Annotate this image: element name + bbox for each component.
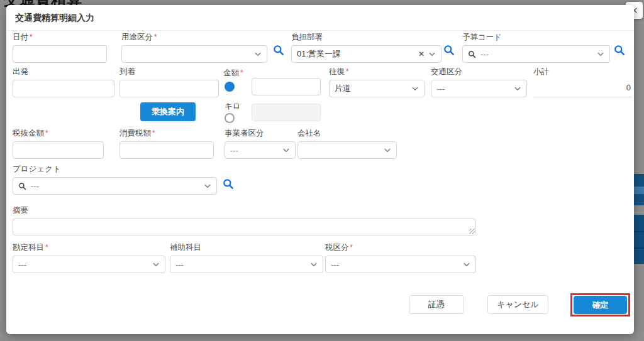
project-field-group: プロジェクト --- [13, 164, 217, 195]
arrival-label: 到着 [119, 67, 219, 77]
department-select[interactable]: 01:営業一課 ✕ [291, 45, 441, 63]
chevron-down-icon [282, 146, 290, 154]
usage-label: 用途区分* [121, 32, 267, 43]
transfer-guide-button[interactable]: 乗換案内 [140, 102, 196, 121]
budget-value: --- [480, 50, 489, 59]
remarks-field-group: 摘要 [13, 205, 476, 235]
project-value: --- [31, 181, 39, 191]
account-value: --- [18, 260, 26, 269]
business-type-value: --- [230, 146, 238, 155]
project-select[interactable]: --- [13, 177, 217, 195]
amount-input[interactable] [252, 78, 321, 95]
project-search-icon[interactable] [222, 178, 235, 190]
background-table-row-divider [634, 247, 644, 249]
amount-radio[interactable] [225, 82, 235, 92]
subtotal-value: 0 [533, 80, 632, 97]
transport-select[interactable]: --- [431, 80, 527, 97]
subtotal-field-group: 小計 0 [533, 67, 632, 97]
tax-class-label: 税区分* [325, 242, 476, 253]
kilo-input-wrap [252, 104, 321, 121]
departure-input[interactable] [13, 80, 114, 97]
project-label: プロジェクト [13, 164, 217, 175]
date-label: 日付* [13, 32, 107, 43]
page: 交通費精算 ✕ 交通費精算明細入力 日付* 用途区分* 負担部署 01:営業一課 [0, 0, 644, 341]
department-field-group: 負担部署 01:営業一課 ✕ [291, 32, 441, 63]
transport-value: --- [436, 84, 445, 94]
kilo-label: キロ [225, 101, 241, 112]
confirm-button[interactable]: 確定 [574, 296, 627, 314]
required-mark: * [346, 67, 349, 76]
background-table-fragment [634, 174, 644, 205]
business-type-field-group: 事業者区分 --- [225, 128, 296, 159]
company-select[interactable] [297, 141, 397, 159]
evidence-button-wrap: 証憑 [409, 295, 464, 314]
resize-handle-icon[interactable] [469, 229, 475, 234]
usage-select[interactable] [121, 45, 267, 63]
department-value: 01:営業一課 [297, 48, 341, 60]
sub-account-value: --- [175, 260, 184, 269]
departure-label: 出発 [13, 67, 114, 77]
tax-amount-field-group: 消費税額* [119, 128, 214, 159]
required-mark: * [154, 33, 157, 41]
kilo-radio[interactable] [225, 113, 235, 123]
roundtrip-field-group: 往復* 片道 [329, 67, 425, 97]
tax-amount-input[interactable] [119, 141, 214, 159]
background-table-row-divider [634, 231, 644, 232]
subtotal-label: 小計 [533, 67, 632, 77]
roundtrip-select[interactable]: 片道 [329, 80, 425, 97]
transfer-guide-button-wrap: 乗換案内 [140, 102, 196, 121]
roundtrip-label: 往復* [329, 67, 425, 77]
search-icon [468, 50, 476, 58]
business-type-label: 事業者区分 [225, 128, 296, 139]
chevron-down-icon [463, 261, 470, 268]
budget-field-group: 予算コード --- [462, 32, 610, 63]
company-field-group: 会社名 [297, 128, 397, 159]
tax-amount-label: 消費税額* [119, 128, 214, 139]
background-table-fragment [634, 215, 644, 264]
budget-search-icon[interactable] [613, 44, 626, 57]
account-field-group: 勘定科目* --- [13, 242, 165, 273]
tax-excluded-field-group: 税抜金額* [13, 128, 104, 159]
amount-input-wrap [252, 78, 321, 95]
tax-class-select[interactable]: --- [325, 256, 476, 273]
arrival-field-group: 到着 [119, 67, 219, 97]
required-mark: * [30, 33, 33, 41]
date-field-group: 日付* [13, 32, 107, 63]
departure-field-group: 出発 [13, 67, 114, 97]
department-label: 負担部署 [291, 32, 441, 43]
background-table-stripe [634, 187, 644, 194]
business-type-select[interactable]: --- [225, 141, 296, 159]
chevron-down-icon [384, 146, 391, 154]
dialog-title: 交通費精算明細入力 [6, 5, 634, 31]
transport-field-group: 交通区分 --- [431, 67, 527, 97]
usage-search-icon[interactable] [272, 44, 285, 57]
chevron-down-icon [514, 85, 521, 92]
evidence-button[interactable]: 証憑 [409, 295, 464, 314]
tax-excluded-label: 税抜金額* [13, 128, 104, 139]
transport-label: 交通区分 [431, 67, 527, 77]
date-input[interactable] [13, 45, 107, 63]
sub-account-field-group: 補助科目 --- [170, 242, 323, 273]
clear-icon[interactable]: ✕ [414, 50, 428, 58]
cancel-button[interactable]: キャンセル [487, 295, 548, 314]
tax-class-value: --- [331, 260, 339, 269]
company-label: 会社名 [297, 128, 397, 139]
chevron-down-icon [428, 50, 436, 58]
chevron-down-icon [597, 50, 604, 58]
chevron-down-icon [152, 261, 160, 268]
department-search-icon[interactable] [443, 44, 455, 57]
tax-excluded-input[interactable] [13, 141, 104, 159]
budget-select[interactable]: --- [462, 45, 610, 63]
chevron-down-icon [204, 182, 211, 190]
sub-account-select[interactable]: --- [170, 256, 323, 273]
account-select[interactable]: --- [13, 256, 165, 273]
roundtrip-value: 片道 [335, 83, 351, 94]
confirm-button-wrap: 確定 [574, 296, 627, 314]
expense-detail-dialog: 交通費精算明細入力 日付* 用途区分* 負担部署 01:営業一課 ✕ 予算コード [6, 5, 634, 334]
usage-field-group: 用途区分* [121, 32, 267, 63]
remarks-textarea[interactable] [13, 219, 476, 235]
kilo-input [252, 104, 321, 121]
sub-account-label: 補助科目 [170, 242, 323, 253]
arrival-input[interactable] [119, 80, 219, 97]
account-label: 勘定科目* [13, 242, 165, 253]
